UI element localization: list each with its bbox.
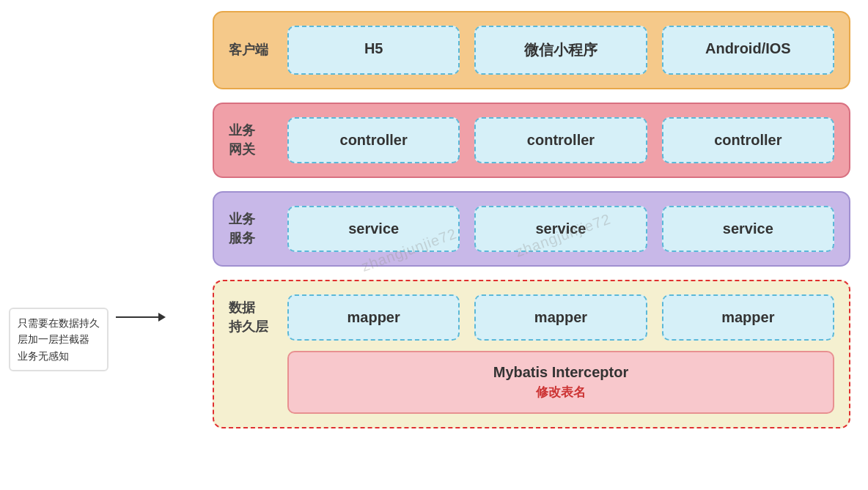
arrow-line: [116, 316, 160, 318]
client-box-h5: H5: [287, 26, 460, 75]
annotation-text: 只需要在数据持久 层加一层拦截器 业务无感知: [9, 308, 108, 371]
gateway-box-3: controller: [662, 117, 834, 163]
diagram-container: 只需要在数据持久 层加一层拦截器 业务无感知 客户端 H5 微信小程序 Andr…: [0, 0, 868, 490]
persistence-layer: 数据 持久层 mapper mapper mapper Mybatis Inte…: [213, 280, 850, 428]
gateway-boxes: controller controller controller: [287, 117, 834, 163]
client-label: 客户端: [229, 41, 273, 59]
gateway-layer: 业务 网关 controller controller controller: [213, 103, 850, 178]
mapper-boxes: mapper mapper mapper: [287, 294, 834, 341]
annotation-arrow: [116, 316, 160, 318]
mapper-box-2: mapper: [474, 294, 647, 341]
left-annotation: 只需要在数据持久 层加一层拦截器 业务无感知: [7, 308, 110, 371]
persistence-top-row: 数据 持久层 mapper mapper mapper: [229, 294, 834, 341]
interceptor-box: Mybatis Interceptor 修改表名: [287, 351, 834, 414]
service-label: 业务 服务: [229, 210, 273, 247]
mapper-box-1: mapper: [287, 294, 460, 341]
service-box-2: service: [474, 206, 647, 252]
mapper-box-3: mapper: [662, 294, 834, 341]
layers-area: 客户端 H5 微信小程序 Android/IOS 业务 网关 controlle…: [213, 11, 850, 428]
gateway-box-2: controller: [474, 117, 647, 163]
gateway-label: 业务 网关: [229, 122, 273, 158]
service-layer: 业务 服务 service service service: [213, 191, 850, 267]
client-box-android: Android/IOS: [662, 26, 834, 75]
gateway-box-1: controller: [287, 117, 460, 163]
client-layer: 客户端 H5 微信小程序 Android/IOS: [213, 11, 850, 89]
client-boxes: H5 微信小程序 Android/IOS: [287, 26, 834, 75]
interceptor-subtitle: 修改表名: [301, 384, 821, 401]
service-boxes: service service service: [287, 206, 834, 252]
service-box-1: service: [287, 206, 460, 252]
service-box-3: service: [662, 206, 834, 252]
interceptor-title: Mybatis Interceptor: [301, 364, 821, 381]
persistence-label: 数据 持久层: [229, 299, 273, 335]
client-box-wechat: 微信小程序: [474, 26, 647, 75]
